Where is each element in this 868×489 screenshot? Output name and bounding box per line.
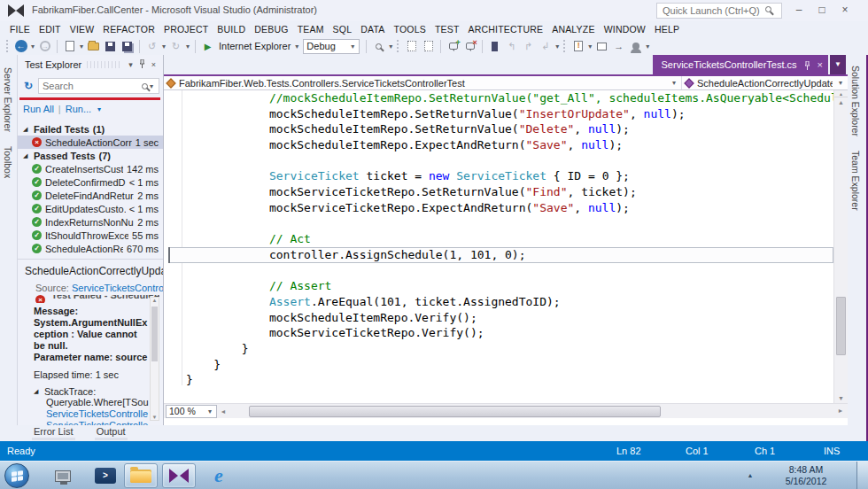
test-item[interactable]: ✓DeleteFindAndRetur...2 ms [18,189,163,202]
find-in-files-button[interactable] [371,39,386,54]
scroll-down-icon[interactable]: ▼ [151,415,159,420]
profile-dropdown[interactable]: ▾ [644,43,651,50]
taskbar-clock[interactable]: 8:48 AM 5/16/2012 [771,464,841,487]
quick-launch-search-icon[interactable] [765,6,771,12]
debug-target-label[interactable]: Internet Explorer [219,41,291,51]
menu-tools[interactable]: TOOLS [389,22,430,36]
code-line[interactable]: mockServiceTicketRepo.SetReturnValue("Fi… [168,184,833,200]
menu-refactor[interactable]: REFACTOR [98,22,159,36]
menu-test[interactable]: TEST [430,22,464,36]
toolbar-grip[interactable] [563,40,567,52]
code-line[interactable] [168,216,833,232]
stack-frame-link[interactable]: ServiceTicketsControlle [46,408,149,420]
solution-configuration-combo[interactable]: Debug▾ [303,39,360,54]
test-explorer-header[interactable]: Test Explorer ▾ × [18,55,163,74]
menu-analyze[interactable]: ANALYZE [547,22,599,36]
save-all-button[interactable] [120,39,135,54]
toolbar-grip[interactable] [397,40,400,52]
code-line[interactable] [168,263,833,279]
test-group-header[interactable]: ◢Failed Tests (1) [18,122,163,136]
quick-launch-input[interactable] [656,3,782,19]
menu-file[interactable]: FILE [5,22,35,36]
menu-architecture[interactable]: ARCHITECTURE [464,22,548,36]
scrollbar-thumb[interactable] [151,307,158,361]
source-link[interactable]: ServiceTicketsControll [72,283,163,293]
splitter-handle[interactable]: ▲ [834,90,848,97]
navigate-forward-button[interactable]: → [37,39,52,54]
menu-data[interactable]: DATA [356,22,389,36]
run-tests-after-build-icon[interactable]: ↻ [21,80,35,92]
editor-horizontal-scrollbar[interactable] [229,405,835,418]
start-button[interactable] [4,463,29,488]
editor-zoom-combo[interactable]: 100 %▾ [166,405,217,418]
undo-dropdown[interactable]: ▾ [160,43,167,50]
panel-pin-icon[interactable] [136,59,148,70]
side-tab-server-explorer[interactable]: Server Explorer [0,60,16,139]
code-line[interactable]: // Assert [168,278,833,294]
navigate-window-button[interactable] [594,39,609,54]
scrollbar-thumb[interactable] [249,406,661,417]
next-bookmark-button[interactable]: ↱ [521,39,536,54]
tab-pin-icon[interactable] [803,61,811,69]
code-line[interactable]: } [168,341,833,357]
run-menu-link[interactable]: Run... [66,104,91,114]
code-line[interactable]: mockServiceTicketRepo.ExpectAndReturn("S… [168,200,833,216]
taskbar-visual-studio-button[interactable] [162,463,196,488]
profile-button[interactable] [628,39,643,54]
class-dropdown[interactable]: FabrikamFiber.Web.Tests.Controllers.Serv… [164,76,682,89]
code-line[interactable]: } [168,357,833,373]
bottom-tab-output[interactable]: Output [95,426,128,440]
taskbar-powershell-button[interactable]: > [89,463,122,488]
new-file-dropdown[interactable]: ▾ [78,43,85,50]
test-search-input[interactable] [43,81,142,91]
code-line[interactable]: mockServiceTicketRepo.Verify(); [168,325,833,341]
clear-bookmarks-button[interactable]: ↲ [538,39,553,54]
save-button[interactable] [103,39,118,54]
code-line[interactable]: } [168,372,833,388]
code-line[interactable] [168,153,833,169]
code-line[interactable]: // Act [168,231,833,247]
details-scroll-area[interactable]: Message: System.ArgumentNullException : … [34,306,149,431]
code-line[interactable]: ServiceTicket ticket = new ServiceTicket… [168,168,833,184]
side-tab-team-explorer[interactable]: Team Explorer [848,144,864,218]
code-analysis-button[interactable] [570,39,585,54]
menu-window[interactable]: WINDOW [600,22,650,36]
side-tab-solution-explorer[interactable]: Solution Explorer [848,58,864,144]
test-item[interactable]: ✓ItShouldThrowExce...55 ms [18,229,163,242]
taskbar-internet-explorer-button[interactable]: e [202,463,236,488]
scroll-left-icon[interactable]: ◄ [217,408,229,415]
run-menu-dropdown-icon[interactable]: ▾ [96,105,103,113]
scrollbar-thumb[interactable] [836,297,846,355]
navigate-back-button[interactable]: ← [13,39,28,54]
toolbar-grip[interactable] [6,40,10,52]
toggle-bookmark-button[interactable] [487,39,502,54]
scroll-right-icon[interactable]: ► [834,408,847,414]
code-line[interactable]: mockScheduleItemRepo.Verify(); [168,310,833,326]
navigate-back-dropdown[interactable]: ▾ [29,43,36,50]
previous-bookmark-button[interactable]: ↰ [504,39,519,54]
details-scrollbar[interactable]: ▲ ▼ [150,297,159,421]
stacktrace-header[interactable]: ◢StackTrace: [34,386,149,397]
scroll-up-icon[interactable]: ▲ [834,99,848,105]
menu-view[interactable]: VIEW [66,22,99,36]
taskbar-explorer-button[interactable] [124,463,158,488]
menu-sql[interactable]: SQL [329,22,357,36]
test-search-box[interactable]: ▾ [38,78,159,94]
find-dropdown[interactable]: ▾ [387,43,394,50]
document-tab-active[interactable]: ServiceTicketsControllerTest.cs × [653,55,828,74]
test-item[interactable]: ✓EditUpdatesCusto...< 1 ms [18,202,163,215]
code-line[interactable]: mockScheduleItemRepo.SetReturnValue("Del… [168,121,833,137]
test-item[interactable]: ✓ScheduleActionRet...670 ms [18,242,163,255]
menu-edit[interactable]: EDIT [35,22,66,36]
taskbar-server-manager-button[interactable] [46,463,80,488]
code-line[interactable]: mockScheduleItemRepo.ExpectAndReturn("Sa… [168,137,833,153]
menu-team[interactable]: TEAM [293,22,329,36]
new-file-button[interactable] [62,39,77,54]
comment-selection-button[interactable] [446,39,461,54]
tab-close-icon[interactable]: × [818,59,823,70]
debug-target-dropdown[interactable]: ▾ [293,43,300,50]
code-analysis-dropdown[interactable]: ▾ [586,43,593,50]
method-dropdown[interactable]: ScheduleActionCorrectlyUpdatesRepositori… [682,76,848,89]
increase-indent-button[interactable] [421,39,436,54]
test-item[interactable]: ×ScheduleActionCorre...1 sec [18,136,163,149]
